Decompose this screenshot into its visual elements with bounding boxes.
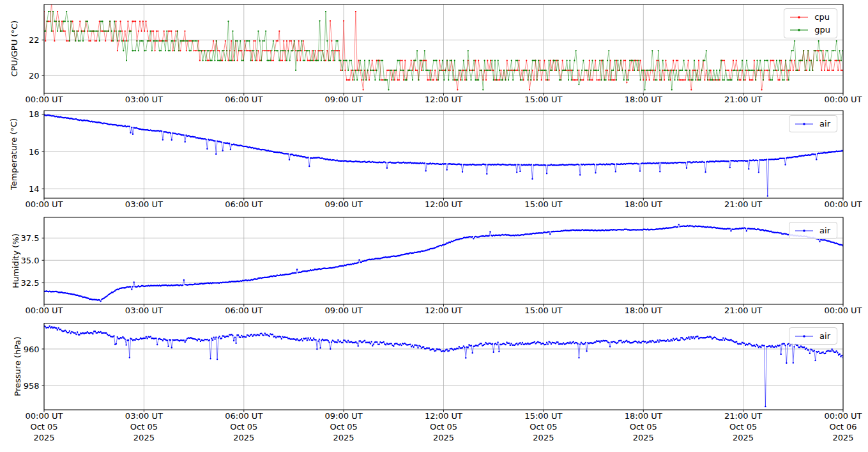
legend-entry-cpu: cpu [789,11,830,23]
y-tick-label: 14 [29,184,40,194]
x-tick-date-label: Oct 05 [330,422,358,432]
x-tick-year-label: 2025 [433,433,454,442]
y-tick-label: 22 [29,35,40,45]
x-tick-label: 00:00 UT [824,306,862,315]
x-tick-date-label: Oct 05 [430,422,457,432]
legend-label-air: air [819,331,830,341]
x-tick-label: 12:00 UT [425,411,462,421]
x-tick-label: 03:00 UT [125,306,163,315]
weather-telemetry-figure: 00:00 UT03:00 UT06:00 UT09:00 UT12:00 UT… [0,0,868,452]
x-tick-year-label: 2025 [633,433,654,442]
y-tick-label: 16 [29,147,40,157]
x-tick-label: 18:00 UT [625,411,662,421]
x-tick-label: 00:00 UT [824,199,862,209]
x-tick-label: 21:00 UT [724,306,762,315]
x-tick-date-label: Oct 05 [30,422,57,432]
y-tick-label: 35.0 [21,256,40,265]
x-tick-label: 18:00 UT [625,199,662,209]
x-tick-label: 15:00 UT [524,411,562,421]
pressure-legend: air [789,327,837,345]
x-tick-label: 18:00 UT [625,95,662,104]
x-tick-label: 03:00 UT [125,411,163,421]
x-tick-label: 00:00 UT [25,95,63,104]
x-tick-label: 12:00 UT [425,306,462,315]
legend-entry-gpu: gpu [789,24,830,36]
x-tick-label: 09:00 UT [325,411,363,421]
x-tick-year-label: 2025 [533,433,554,442]
legend-entry-air: air [795,118,830,130]
x-tick-date-label: Oct 05 [130,422,158,432]
x-tick-year-label: 2025 [133,433,155,442]
x-tick-label: 09:00 UT [325,95,363,104]
x-tick-label: 09:00 UT [325,306,363,315]
x-tick-label: 03:00 UT [125,199,163,209]
humidity-legend: air [789,222,837,239]
x-tick-date-label: Oct 05 [230,422,257,432]
x-tick-label: 06:00 UT [225,199,263,209]
x-tick-label: 21:00 UT [724,95,762,104]
humidity-axis-label: Humidity (%) [11,233,20,288]
x-tick-label: 12:00 UT [425,199,462,209]
charts-svg: 00:00 UT03:00 UT06:00 UT09:00 UT12:00 UT… [0,0,868,452]
x-tick-label: 03:00 UT [125,95,163,104]
pressure-panel: 00:00 UTOct 05202503:00 UTOct 05202506:0… [24,323,862,442]
x-tick-date-label: Oct 05 [529,422,557,432]
x-tick-year-label: 2025 [33,433,54,442]
x-tick-label: 06:00 UT [225,411,263,421]
x-tick-label: 09:00 UT [325,199,363,209]
cpu-gpu-axis-label: CPU/GPU (°C) [10,20,19,77]
x-tick-label: 15:00 UT [524,306,562,315]
gpu-legend-line-icon [789,26,809,34]
x-tick-date-label: Oct 05 [630,422,657,432]
legend-label-air: air [819,226,830,235]
cpu-gpu-panel: 00:00 UT03:00 UT06:00 UT09:00 UT12:00 UT… [25,2,862,104]
y-tick-label: 32.5 [21,278,40,288]
temperature-axis-label: Temperature (°C) [9,118,19,190]
x-tick-date-label: Oct 06 [829,422,857,432]
air-legend-line-icon [795,227,814,235]
air-legend-line-icon [795,332,814,340]
x-tick-label: 00:00 UT [25,199,63,209]
x-tick-label: 15:00 UT [524,199,562,209]
legend-label-cpu: cpu [814,12,830,22]
y-tick-label: 37.5 [21,233,40,243]
x-tick-label: 06:00 UT [225,306,263,315]
humidity-panel: 00:00 UT03:00 UT06:00 UT09:00 UT12:00 UT… [21,217,862,315]
x-tick-label: 06:00 UT [225,95,263,104]
x-tick-label: 18:00 UT [625,306,662,315]
temperature-legend: air [789,115,837,132]
x-tick-label: 00:00 UT [25,411,63,421]
x-tick-label: 15:00 UT [524,95,562,104]
y-tick-label: 960 [24,345,40,354]
legend-label-gpu: gpu [814,25,830,35]
y-tick-label: 958 [24,381,40,391]
x-tick-year-label: 2025 [832,433,853,442]
x-tick-year-label: 2025 [333,433,354,442]
x-tick-label: 12:00 UT [425,95,462,104]
y-tick-label: 20 [29,71,40,81]
pressure-axis-label: Pressure (hPa) [13,336,22,396]
x-tick-label: 21:00 UT [724,411,762,421]
cpu-legend-line-icon [789,13,809,21]
air-legend-line-icon [795,120,814,128]
legend-entry-air: air [795,330,830,342]
x-tick-date-label: Oct 05 [729,422,757,432]
temperature-panel: 00:00 UT03:00 UT06:00 UT09:00 UT12:00 UT… [25,109,862,208]
x-tick-label: 00:00 UT [824,411,862,421]
x-tick-year-label: 2025 [733,433,754,442]
legend-entry-air: air [795,224,830,237]
legend-label-air: air [819,119,830,129]
x-tick-label: 00:00 UT [824,95,862,104]
x-tick-label: 00:00 UT [25,306,63,315]
y-tick-label: 18 [29,109,40,119]
x-tick-year-label: 2025 [233,433,254,442]
cpu-gpu-legend: cpu gpu [784,8,837,38]
x-tick-label: 21:00 UT [724,199,762,209]
